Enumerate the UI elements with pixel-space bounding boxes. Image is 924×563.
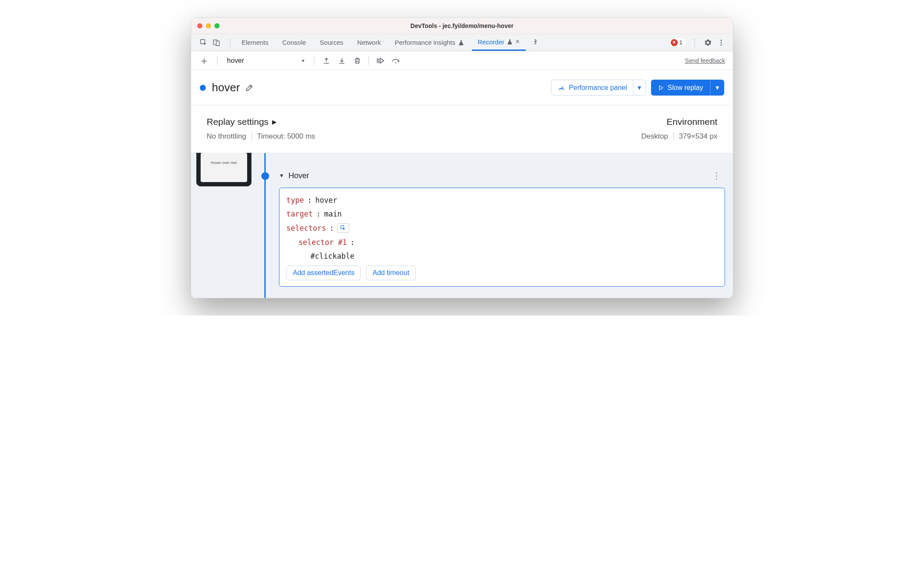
separator [695,38,695,47]
devtools-window: DevTools - jec.fyi/demo/menu-hover Eleme… [191,17,733,298]
prop-selectors-key: selectors [286,224,326,232]
svg-point-3 [721,40,722,41]
recording-title: hover [212,81,240,94]
separator [217,56,217,65]
separator [230,38,230,47]
flask-icon [458,40,464,46]
recording-content: Hover over me! ▼ Hover ⋮ type: hover [191,153,733,298]
replay-settings-toggle[interactable]: Replay settings ▸ [207,117,315,127]
svg-point-6 [395,62,397,63]
timeline-step-dot [261,172,269,180]
error-badge[interactable]: ✕ 1 [669,39,686,46]
collapse-step-icon[interactable]: ▼ [279,173,284,179]
chevron-right-icon: ▸ [272,117,277,127]
more-tabs-icon[interactable] [527,39,543,46]
separator [673,132,674,141]
selector-row-key: selector #1 [298,238,347,247]
step-details-card: type: hover target: main selectors: [279,188,725,287]
separator [314,56,314,65]
environment-heading: Environment [667,117,717,127]
export-icon[interactable] [322,56,331,65]
slow-replay-button[interactable]: Slow replay ▾ [651,80,724,96]
status-dot-icon [200,85,206,91]
replay-dropdown-icon[interactable]: ▾ [710,80,724,96]
step-play-icon[interactable] [376,56,384,65]
perf-dropdown-icon[interactable]: ▾ [633,80,645,95]
delete-icon[interactable] [353,56,362,65]
new-recording-button[interactable]: ＋ [196,54,212,68]
flask-icon [507,39,513,45]
settings-bar: Replay settings ▸ No throttling Timeout:… [191,105,733,153]
separator [369,56,369,65]
prop-target-key: target [286,210,313,218]
recording-selector[interactable]: hover ▾ [223,55,309,66]
thumbnail-caption: Hover over me! [201,153,247,182]
add-timeout-button[interactable]: Add timeout [366,266,415,280]
more-menu-icon[interactable] [717,39,725,46]
performance-panel-button[interactable]: Performance panel ▾ [551,80,646,96]
prop-type-value[interactable]: hover [315,196,337,204]
error-icon: ✕ [671,39,678,46]
pick-selector-icon[interactable] [337,223,349,233]
chevron-down-icon: ▾ [302,58,304,64]
throttling-label: No throttling [207,132,246,141]
device-toggle-icon[interactable] [213,39,220,46]
tab-elements[interactable]: Elements [236,34,275,51]
tab-network[interactable]: Network [351,34,387,51]
prop-type-key: type [286,196,304,204]
prop-target-value[interactable]: main [324,210,342,218]
window-title: DevTools - jec.fyi/demo/menu-hover [191,22,733,29]
play-icon [658,85,664,91]
svg-point-5 [721,44,722,45]
screenshot-thumbnail[interactable]: Hover over me! [196,153,251,186]
tab-console[interactable]: Console [276,34,312,51]
gauge-icon [558,84,565,92]
send-feedback-link[interactable]: Send feedback [685,57,728,64]
svg-point-4 [721,42,722,43]
inspect-icon[interactable] [200,39,208,46]
tab-performance-insights[interactable]: Performance insights [389,34,470,51]
step-over-icon[interactable] [391,56,400,65]
tab-sources[interactable]: Sources [314,34,350,51]
step-menu-icon[interactable]: ⋮ [708,169,725,183]
add-asserted-events-button[interactable]: Add assertedEvents [286,266,361,280]
import-icon[interactable] [338,56,346,65]
separator [251,132,252,141]
panel-tabbar: Elements Console Sources Network Perform… [191,34,733,51]
selector-value[interactable]: #clickable [310,252,354,260]
recording-header: hover Performance panel ▾ Slow r [191,70,733,105]
recording-name: hover [227,57,244,65]
device-label: Desktop [641,132,668,141]
tab-recorder[interactable]: Recorder × [472,34,526,51]
timeout-label: Timeout: 5000 ms [257,132,315,141]
svg-rect-2 [216,41,219,46]
dimensions-label: 379×534 px [679,132,717,141]
edit-title-icon[interactable] [245,84,254,92]
svg-point-7 [561,88,562,89]
recorder-toolbar: ＋ hover ▾ Send feedback [191,51,733,70]
titlebar: DevTools - jec.fyi/demo/menu-hover [191,18,733,34]
close-tab-icon[interactable]: × [515,38,519,46]
settings-icon[interactable] [704,38,712,47]
step-title: Hover [288,171,309,180]
